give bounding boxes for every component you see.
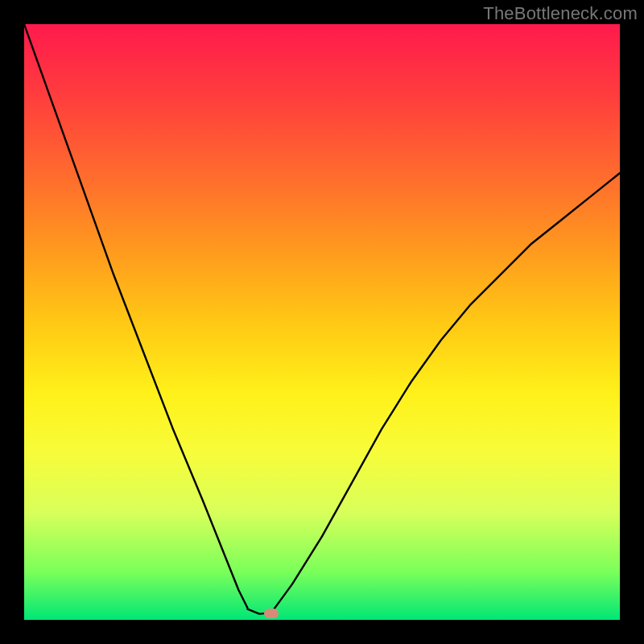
curve-path	[24, 24, 620, 614]
minimum-marker	[264, 609, 279, 618]
watermark-text: TheBottleneck.com	[483, 3, 638, 24]
chart-frame: TheBottleneck.com	[0, 0, 644, 644]
plot-area	[24, 24, 620, 620]
bottleneck-curve	[24, 24, 620, 620]
